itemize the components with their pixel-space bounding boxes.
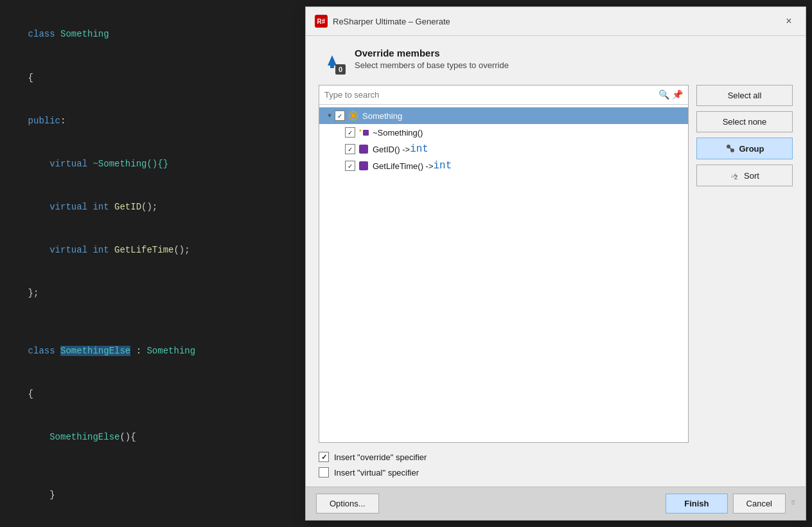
- item-label-getid: GetID() ->: [373, 145, 410, 154]
- tree-item-destructor[interactable]: * ~Something(): [319, 124, 688, 141]
- checkbox-something[interactable]: [335, 111, 345, 121]
- close-button[interactable]: ×: [781, 13, 797, 29]
- sort-button[interactable]: ↓A Z Sort: [696, 165, 793, 186]
- svg-rect-6: [359, 145, 368, 154]
- group-icon: [725, 143, 736, 154]
- code-line-7: };: [6, 272, 296, 315]
- header-section: 0 Override members Select members of bas…: [319, 48, 793, 75]
- code-line-1: class Something: [6, 13, 296, 56]
- dialog-title: ReSharper Ultimate – Generate: [333, 17, 450, 26]
- bottom-options: Insert "override" specifier Insert "virt…: [319, 452, 793, 478]
- code-editor: class Something { public: virtual ~Somet…: [0, 0, 302, 527]
- code-line-2: {: [6, 56, 296, 99]
- footer-right: Finish Cancel ⠿: [666, 494, 795, 514]
- options-button[interactable]: Options...: [316, 494, 379, 514]
- svg-line-10: [728, 147, 732, 150]
- destructor-icon-svg: *: [358, 127, 369, 138]
- tree-section: 🔍 📌 ▼: [319, 85, 689, 443]
- option-label-override: Insert "override" specifier: [334, 452, 427, 462]
- code-line-9: class SomethingElse : Something: [6, 330, 296, 373]
- svg-rect-5: [363, 130, 369, 136]
- code-line-8: [6, 315, 296, 329]
- method-icon-getlifetime: [358, 160, 369, 172]
- option-label-virtual: Insert "virtual" specifier: [334, 468, 419, 478]
- method-icon-getid-svg: [359, 145, 368, 154]
- code-line-4: virtual ~Something(){}: [6, 143, 296, 186]
- main-panel: 🔍 📌 ▼: [319, 85, 793, 443]
- checkbox-getid[interactable]: [345, 144, 355, 154]
- code-line-3: public:: [6, 99, 296, 142]
- tree-item-getid[interactable]: GetID() -> int: [319, 141, 688, 157]
- spacer-destructor: [335, 127, 345, 138]
- dialog-content: 0 Override members Select members of bas…: [306, 36, 806, 487]
- checkbox-virtual[interactable]: [319, 467, 329, 478]
- sort-label: Sort: [744, 171, 759, 181]
- header-text: Override members Select members of base …: [355, 48, 509, 70]
- checkbox-destructor[interactable]: [345, 127, 355, 138]
- code-line-13: }: [6, 474, 296, 517]
- code-line-5: virtual int GetID();: [6, 186, 296, 229]
- footer-left: Options...: [316, 494, 379, 514]
- resize-handle[interactable]: ⠿: [791, 501, 795, 507]
- option-row-virtual: Insert "virtual" specifier: [319, 467, 793, 478]
- group-label: Group: [739, 144, 764, 154]
- dialog-footer: Options... Finish Cancel ⠿: [306, 487, 806, 520]
- search-icon: 🔍: [658, 89, 669, 100]
- checkbox-getlifetime[interactable]: [345, 161, 355, 171]
- code-line-14: };: [6, 517, 296, 527]
- select-none-button[interactable]: Select none: [696, 111, 793, 132]
- svg-text:Z: Z: [734, 174, 738, 181]
- class-icon-svg: [348, 111, 358, 121]
- svg-text:*: *: [358, 129, 362, 136]
- generate-dialog: R# ReSharper Ultimate – Generate × 0 Ove…: [305, 6, 806, 521]
- destructor-icon: *: [358, 127, 369, 138]
- sort-icon: ↓A Z: [730, 170, 740, 181]
- tree-item-something[interactable]: ▼ Something: [319, 107, 688, 124]
- checkbox-override[interactable]: [319, 452, 329, 462]
- right-buttons: Select all Select none Group ↓A Z Sort: [696, 85, 793, 443]
- expand-arrow-something[interactable]: ▼: [324, 111, 335, 121]
- code-line-10: {: [6, 373, 296, 416]
- tree-list: ▼ Something: [319, 105, 688, 442]
- pin-icon: 📌: [672, 89, 683, 100]
- item-label-something: Something: [362, 111, 402, 121]
- header-subtitle: Select members of base types to override: [355, 60, 509, 70]
- search-input[interactable]: [324, 90, 656, 100]
- item-type-getlifetime: int: [434, 160, 452, 172]
- titlebar-left: R# ReSharper Ultimate – Generate: [315, 15, 450, 28]
- class-icon: [348, 110, 359, 121]
- svg-rect-1: [330, 63, 334, 68]
- tree-item-getlifetime[interactable]: GetLifeTime() -> int: [319, 157, 688, 174]
- cancel-button[interactable]: Cancel: [733, 494, 786, 514]
- method-icon-getid: [358, 143, 369, 155]
- resharper-icon: R#: [315, 15, 328, 28]
- svg-marker-3: [351, 113, 355, 118]
- finish-button[interactable]: Finish: [666, 494, 727, 514]
- method-icon-getlifetime-svg: [359, 161, 368, 170]
- override-icon: 0: [319, 48, 346, 75]
- override-icon-inner: 0: [319, 48, 346, 75]
- svg-rect-7: [359, 161, 368, 170]
- code-line-6: virtual int GetLifeTime();: [6, 229, 296, 272]
- item-type-getid: int: [410, 143, 428, 155]
- group-button[interactable]: Group: [696, 138, 793, 159]
- header-title: Override members: [355, 48, 509, 58]
- dialog-titlebar: R# ReSharper Ultimate – Generate ×: [306, 7, 806, 36]
- code-line-12: [6, 459, 296, 473]
- select-all-button[interactable]: Select all: [696, 85, 793, 106]
- code-line-11: SomethingElse(){: [6, 416, 296, 459]
- item-label-destructor: ~Something(): [373, 128, 423, 138]
- search-bar: 🔍 📌: [319, 85, 688, 105]
- option-row-override: Insert "override" specifier: [319, 452, 793, 462]
- item-label-getlifetime: GetLifeTime() ->: [373, 161, 434, 171]
- zero-badge: 0: [335, 64, 346, 75]
